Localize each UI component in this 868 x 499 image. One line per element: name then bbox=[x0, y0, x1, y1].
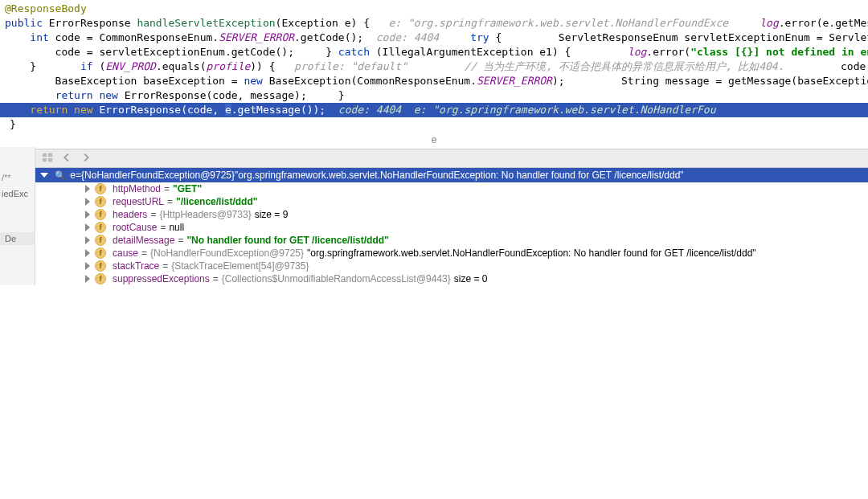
variable-root-selected[interactable]: 🔍 e = {NoHandlerFoundException@9725} "or… bbox=[35, 168, 868, 182]
var-name: httpMethod bbox=[113, 183, 161, 194]
variable-row[interactable]: fcause = {NoHandlerFoundException@9725} … bbox=[35, 247, 868, 260]
field-icon: f bbox=[95, 273, 106, 284]
annotation: @ResponseBody bbox=[5, 2, 87, 14]
eval-expression-label: e bbox=[0, 133, 868, 147]
field-icon: f bbox=[95, 183, 106, 194]
var-value: null bbox=[169, 222, 184, 233]
var-tail: "org.springframework.web.servlet.NoHandl… bbox=[307, 247, 756, 259]
expand-icon[interactable] bbox=[85, 223, 90, 231]
expand-toggle-icon[interactable] bbox=[40, 173, 48, 178]
expand-icon[interactable] bbox=[85, 236, 90, 244]
field-icon: f bbox=[95, 196, 106, 207]
watch-icon: 🔍 bbox=[55, 170, 66, 181]
gutter-label-2: De bbox=[0, 232, 35, 245]
field-icon: f bbox=[95, 235, 106, 246]
var-name: stackTrace bbox=[113, 260, 159, 272]
expand-icon[interactable] bbox=[85, 249, 90, 257]
var-tail: size = 0 bbox=[454, 273, 488, 284]
gutter-label-1: iedExc bbox=[0, 187, 35, 200]
variable-row[interactable]: frequestURL = "/licence/list/ddd" bbox=[35, 195, 868, 208]
var-name: detailMessage bbox=[113, 235, 174, 246]
inline-hint: e: "org.springframework.web.servlet.NoHa… bbox=[388, 17, 728, 29]
variable-row[interactable]: fdetailMessage = "No handler found for G… bbox=[35, 234, 868, 247]
var-name: headers bbox=[113, 209, 147, 220]
field-icon: f bbox=[95, 260, 106, 272]
var-name: requestURL bbox=[113, 196, 164, 207]
nav-forward-icon[interactable] bbox=[80, 152, 92, 166]
variable-row[interactable]: fstackTrace = {StackTraceElement[54]@973… bbox=[35, 260, 868, 272]
svg-rect-0 bbox=[43, 153, 47, 157]
var-tail: size = 9 bbox=[255, 209, 289, 220]
expand-icon[interactable] bbox=[85, 198, 90, 206]
field-icon: f bbox=[95, 209, 106, 220]
variable-row[interactable]: frootCause = null bbox=[35, 221, 868, 234]
expand-icon[interactable] bbox=[85, 211, 90, 219]
svg-rect-1 bbox=[48, 153, 52, 157]
variables-panel[interactable]: 🔍 e = {NoHandlerFoundException@9725} "or… bbox=[35, 168, 868, 285]
frames-icon[interactable] bbox=[42, 152, 53, 166]
field-icon: f bbox=[95, 222, 106, 233]
nav-back-icon[interactable] bbox=[61, 152, 72, 166]
var-name: cause bbox=[113, 247, 138, 259]
expand-icon[interactable] bbox=[85, 185, 90, 193]
svg-rect-3 bbox=[48, 158, 52, 162]
var-type: {StackTraceElement[54]@9735} bbox=[171, 260, 309, 272]
var-type: {Collections$UnmodifiableRandomAccessLis… bbox=[222, 273, 451, 284]
gutter-comment: /** bbox=[0, 168, 35, 187]
expand-icon[interactable] bbox=[85, 262, 90, 270]
var-type: {HttpHeaders@9733} bbox=[159, 209, 251, 220]
variable-row[interactable]: fsuppressedExceptions = {Collections$Unm… bbox=[35, 272, 868, 285]
field-icon: f bbox=[95, 247, 106, 259]
expand-icon[interactable] bbox=[85, 275, 90, 283]
kw-public: public bbox=[5, 17, 43, 29]
code-editor[interactable]: @ResponseBody public ErrorResponse handl… bbox=[0, 0, 868, 133]
var-value: "GET" bbox=[173, 183, 202, 194]
var-name: suppressedExceptions bbox=[113, 273, 210, 284]
var-value: "/licence/list/ddd" bbox=[176, 196, 257, 207]
variable-row[interactable]: fheaders = {HttpHeaders@9733} size = 9 bbox=[35, 208, 868, 221]
var-value: "No handler found for GET /licence/list/… bbox=[186, 235, 388, 246]
var-type: {NoHandlerFoundException@9725} bbox=[150, 247, 304, 259]
current-exec-line: return new ErrorResponse(code, e.getMess… bbox=[0, 103, 868, 117]
svg-rect-2 bbox=[43, 158, 47, 162]
variable-row[interactable]: fhttpMethod = "GET" bbox=[35, 182, 868, 195]
debug-toolbar bbox=[35, 149, 868, 168]
var-name: rootCause bbox=[113, 222, 157, 233]
